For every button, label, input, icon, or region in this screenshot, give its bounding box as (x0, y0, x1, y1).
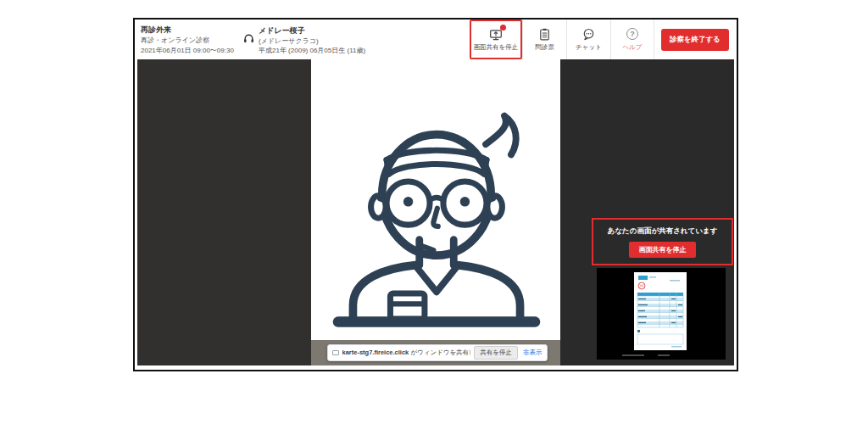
self-share-panel: あなたの画面が共有されています 画面共有を停止 (560, 59, 734, 365)
toolbar-item-label: 画面共有を停止 (474, 43, 519, 52)
visit-type: 再診外来 (141, 25, 243, 36)
shared-document-thumbnail (634, 272, 687, 354)
headset-icon (243, 32, 254, 47)
app-window: 再診外来 再診・オンライン診察 2021年06月01日 09:00〜09:30 … (133, 18, 738, 371)
chat-icon (582, 27, 595, 41)
screen-shared-banner: あなたの画面が共有されています 画面共有を停止 (592, 218, 733, 265)
questionnaire-toolbar-button[interactable]: 問診票 (522, 20, 566, 59)
patient-avatar-illustration (325, 81, 548, 332)
visit-mode: 再診・オンライン診察 (141, 36, 243, 46)
visit-datetime: 2021年06月01日 09:00〜09:30 (141, 46, 243, 56)
toolbar-item-label: 問診票 (535, 43, 554, 52)
patient-kana: (メドレーサクラコ) (259, 36, 365, 46)
patient-info: メドレー桜子 (メドレーサクラコ) 平成21年 (2009) 06月05日生 (… (243, 20, 365, 59)
help-icon: ? (626, 27, 638, 41)
patient-name: メドレー桜子 (259, 25, 365, 36)
questionnaire-icon (539, 27, 550, 41)
patient-video-feed: karte-stg7.fireice.click がウィンドウを共有しています。… (311, 59, 563, 365)
toolbar: 画面共有を停止 問診票 (470, 20, 737, 59)
shared-domain: karte-stg7.fireice.click (342, 349, 409, 356)
patient-text: メドレー桜子 (メドレーサクラコ) 平成21年 (2009) 06月05日生 (… (259, 25, 365, 55)
toolbar-item-label: チャット (576, 43, 602, 52)
screen-shared-message: あなたの画面が共有されています (608, 226, 718, 237)
shared-screen-thumbnail-area (597, 268, 726, 360)
chrome-hide-link[interactable]: 非表示 (523, 349, 542, 357)
stop-screen-share-toolbar-button[interactable]: 画面共有を停止 (470, 20, 522, 59)
chat-toolbar-button[interactable]: チャット (566, 20, 610, 59)
patient-birthdate: 平成21年 (2009) 06月05日生 (11歳) (259, 46, 365, 55)
share-notification-text: karte-stg7.fireice.click がウィンドウを共有しています。 (342, 349, 471, 357)
toolbar-item-label: ヘルプ (622, 43, 642, 52)
header: 再診外来 再診・オンライン診察 2021年06月01日 09:00〜09:30 … (135, 20, 737, 59)
notification-badge-dot (500, 25, 506, 31)
visit-info: 再診外来 再診・オンライン診察 2021年06月01日 09:00〜09:30 (135, 20, 243, 59)
chrome-stop-sharing-button[interactable]: 共有を停止 (474, 346, 518, 360)
help-toolbar-button[interactable]: ? ヘルプ (610, 20, 654, 59)
video-stage: karte-stg7.fireice.click がウィンドウを共有しています。… (137, 59, 734, 365)
question-mark-glyph: ? (626, 28, 638, 40)
screen-share-stop-icon (489, 27, 503, 41)
chrome-share-notification-bar: karte-stg7.fireice.click がウィンドウを共有しています。… (327, 344, 548, 361)
end-consultation-button[interactable]: 診察を終了する (661, 29, 729, 51)
monitor-icon (332, 350, 339, 355)
share-message-suffix: がウィンドウを共有しています。 (409, 349, 470, 356)
thumbnail-caption-marks (622, 354, 670, 356)
stop-screen-share-button[interactable]: 画面共有を停止 (629, 242, 695, 258)
